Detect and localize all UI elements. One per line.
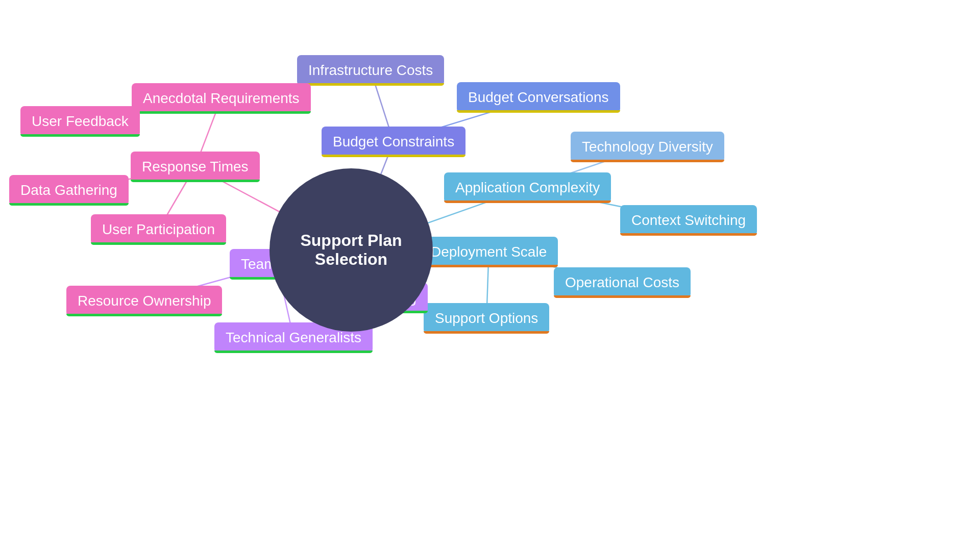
- application-complexity-node: Application Complexity: [444, 172, 611, 203]
- infrastructure-costs-node: Infrastructure Costs: [297, 55, 444, 86]
- context-switching-node: Context Switching: [620, 205, 757, 236]
- budget-constraints-node: Budget Constraints: [322, 127, 465, 157]
- technology-diversity-node: Technology Diversity: [571, 132, 724, 162]
- center-label: Support Plan Selection: [270, 231, 433, 269]
- deployment-scale-node: Deployment Scale: [420, 237, 558, 267]
- user-participation-node: User Participation: [91, 214, 226, 245]
- anecdotal-requirements-node: Anecdotal Requirements: [132, 83, 311, 114]
- data-gathering-node: Data Gathering: [9, 175, 129, 206]
- center-node: Support Plan Selection: [270, 168, 433, 332]
- resource-ownership-node: Resource Ownership: [66, 286, 222, 316]
- support-options-node: Support Options: [424, 303, 549, 334]
- operational-costs-node: Operational Costs: [554, 267, 691, 298]
- budget-conversations-node: Budget Conversations: [457, 82, 620, 113]
- user-feedback-node: User Feedback: [20, 106, 140, 137]
- response-times-node: Response Times: [131, 152, 260, 182]
